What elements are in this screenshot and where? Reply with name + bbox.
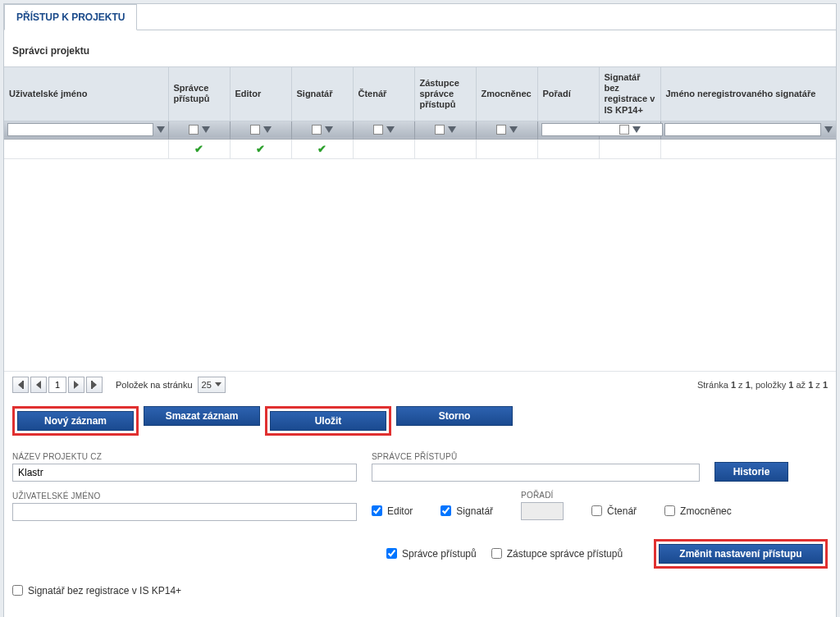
pager-page-input[interactable]	[48, 377, 66, 393]
filter-signobez-cb[interactable]	[619, 125, 629, 135]
txt: až	[793, 380, 808, 390]
funnel-icon[interactable]	[263, 126, 272, 133]
pager-next-button[interactable]	[68, 377, 84, 393]
col-poradi[interactable]: Pořadí	[537, 67, 599, 121]
cell-editor: ✔	[230, 139, 291, 158]
filter-editor-cb[interactable]	[250, 125, 260, 135]
spravce-checkbox[interactable]	[386, 548, 397, 559]
cell-zastupce	[414, 139, 476, 158]
col-user[interactable]: Uživatelské jméno	[4, 67, 168, 121]
zmenit-nastaveni-button[interactable]: Změnit nastavení přístupu	[659, 544, 823, 564]
col-signatar[interactable]: Signatář	[291, 67, 353, 121]
grid-empty-space	[4, 159, 836, 371]
zmocnenec-checkbox-pair[interactable]: Zmocněnec	[664, 505, 732, 517]
filter-zmocnenec-cb[interactable]	[496, 125, 506, 135]
filter-poradi[interactable]	[537, 121, 599, 139]
tab-pristup[interactable]: PŘÍSTUP K PROJEKTU	[4, 4, 137, 30]
filter-zmocnenec[interactable]	[476, 121, 537, 139]
novy-zaznam-button[interactable]: Nový záznam	[17, 411, 134, 431]
highlight-frame: Nový záznam	[12, 406, 139, 436]
zastupce-checkbox[interactable]	[491, 548, 502, 559]
chevron-down-icon	[215, 382, 221, 386]
nazev-label: NÁZEV PROJEKTU CZ	[12, 452, 357, 461]
col-zmocnenec[interactable]: Zmocněnec	[476, 67, 537, 121]
col-signobez[interactable]: Signatář bez registrace v IS KP14+	[599, 67, 660, 121]
section-title: Správci projektu	[4, 37, 836, 66]
filter-editor[interactable]	[230, 121, 291, 139]
ctenar-checkbox-pair[interactable]: Čtenář	[591, 505, 637, 517]
col-neregname[interactable]: Jméno neregistrovaného signatáře	[660, 67, 836, 121]
pager-prev-button[interactable]	[30, 377, 47, 393]
pager-bar: Položek na stránku 25 Stránka 1 z 1, pol…	[4, 371, 836, 398]
signatar-cb-label: Signatář	[456, 505, 493, 517]
signatar-checkbox-pair[interactable]: Signatář	[441, 505, 493, 517]
signobez-checkbox[interactable]	[12, 585, 23, 596]
funnel-icon[interactable]	[202, 126, 210, 133]
cell-ctenar	[353, 139, 414, 158]
funnel-icon[interactable]	[386, 126, 395, 133]
col-spravce[interactable]: Správce přístupů	[168, 67, 230, 121]
zmocnenec-checkbox[interactable]	[664, 505, 675, 516]
ctenar-cb-label: Čtenář	[607, 505, 637, 517]
filter-signatar[interactable]	[291, 121, 353, 139]
col-zastupce[interactable]: Zástupce správce přístupů	[414, 67, 476, 121]
col-ctenar[interactable]: Čtenář	[353, 67, 414, 121]
funnel-icon[interactable]	[824, 126, 833, 133]
cell-zmocnenec	[476, 139, 537, 158]
prev-icon	[36, 381, 41, 389]
storno-button[interactable]: Storno	[396, 406, 513, 426]
funnel-icon[interactable]	[325, 126, 333, 133]
pager-pagesize-value: 25	[202, 380, 212, 390]
filter-row	[4, 121, 836, 139]
editor-checkbox[interactable]	[372, 505, 382, 516]
filter-neregname-input[interactable]	[664, 123, 822, 136]
pager-last-button[interactable]	[86, 377, 103, 393]
cell-spravce: ✔	[168, 139, 230, 158]
spravce-checkbox-pair[interactable]: Správce přístupů	[386, 548, 477, 560]
table-row[interactable]: ✔ ✔ ✔	[4, 139, 836, 158]
filter-zastupce-cb[interactable]	[435, 125, 445, 135]
txt: Stránka	[697, 380, 731, 390]
funnel-icon[interactable]	[509, 126, 518, 133]
pager-pagesize-select[interactable]: 25	[198, 377, 226, 393]
filter-spravce[interactable]	[168, 121, 230, 139]
editor-checkbox-pair[interactable]: Editor	[372, 505, 413, 517]
editor-cb-label: Editor	[387, 505, 413, 517]
signatar-checkbox[interactable]	[441, 505, 451, 516]
smazat-zaznam-button[interactable]: Smazat záznam	[144, 406, 260, 426]
nazev-projektu-input[interactable]	[12, 464, 357, 482]
uzivatelske-jmeno-input[interactable]	[12, 503, 357, 521]
zmocnenec-cb-label: Zmocněnec	[680, 505, 732, 517]
pager-info: Stránka 1 z 1, položky 1 až 1 z 1	[697, 380, 828, 390]
tabs-row: PŘÍSTUP K PROJEKTU	[4, 4, 836, 30]
action-bar: Nový záznam Smazat záznam Uložit Storno	[4, 398, 836, 444]
filter-neregname[interactable]	[660, 121, 836, 139]
last-icon	[92, 381, 97, 389]
filter-user[interactable]	[4, 121, 168, 139]
pager-first-button[interactable]	[12, 377, 29, 393]
check-icon: ✔	[317, 143, 326, 155]
filter-ctenar[interactable]	[353, 121, 414, 139]
filter-spravce-cb[interactable]	[189, 125, 199, 135]
funnel-icon[interactable]	[448, 126, 456, 133]
zastupce-checkbox-pair[interactable]: Zástupce správce přístupů	[491, 548, 623, 560]
cell-neregname	[660, 139, 836, 158]
filter-user-input[interactable]	[7, 123, 153, 136]
txt: z	[736, 380, 746, 390]
filter-poradi-input[interactable]	[541, 123, 663, 136]
filter-ctenar-cb[interactable]	[373, 125, 383, 135]
ulozit-button[interactable]: Uložit	[270, 411, 386, 431]
funnel-icon[interactable]	[632, 126, 641, 133]
filter-zastupce[interactable]	[414, 121, 476, 139]
signobez-checkbox-pair[interactable]: Signatář bez registrace v IS KP14+	[12, 585, 181, 596]
historie-button[interactable]: Historie	[714, 462, 788, 482]
ctenar-checkbox[interactable]	[591, 505, 602, 516]
txt: 1	[823, 380, 828, 390]
next-icon	[74, 381, 79, 389]
col-editor[interactable]: Editor	[230, 67, 291, 121]
filter-signatar-cb[interactable]	[312, 125, 322, 135]
spravce-pristupu-input[interactable]	[372, 464, 700, 482]
txt: z	[813, 380, 823, 390]
funnel-icon[interactable]	[157, 126, 165, 133]
poradi-input	[521, 502, 564, 520]
